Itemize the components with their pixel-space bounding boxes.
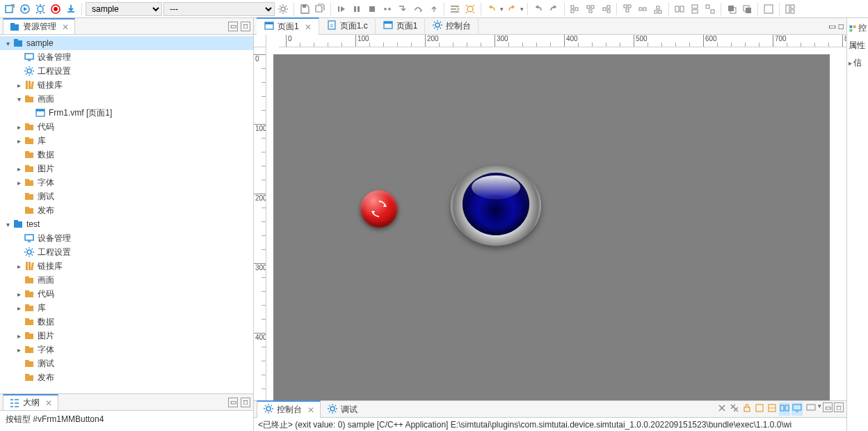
tree-item[interactable]: 工程设置: [0, 245, 253, 259]
close-icon[interactable]: ✕: [307, 405, 314, 415]
config-select[interactable]: ---: [163, 2, 275, 16]
tree-expander[interactable]: ▾: [14, 95, 24, 103]
editor-max-button[interactable]: □: [839, 22, 844, 31]
tree-expander[interactable]: ▸: [14, 81, 24, 89]
save-all-button[interactable]: [313, 2, 327, 16]
console-pin-button[interactable]: [754, 402, 765, 416]
download-button[interactable]: [64, 2, 78, 16]
design-canvas-wrap[interactable]: [266, 47, 846, 400]
new-project-button[interactable]: [3, 2, 17, 16]
align-center-h-button[interactable]: [584, 2, 597, 16]
tree-expander[interactable]: ▸: [14, 290, 24, 298]
tree-expander[interactable]: ▸: [14, 137, 24, 145]
redo-button[interactable]: [505, 2, 519, 16]
forward-nav-button[interactable]: [547, 2, 561, 16]
props-tab-3[interactable]: ▸信: [849, 56, 867, 70]
project-tree[interactable]: ▾sample设备管理工程设置▸链接库▾画面Frm1.vmf [页面1]▸代码▸…: [0, 35, 253, 393]
console-tab[interactable]: 控制台✕: [257, 400, 321, 418]
tree-item[interactable]: ▸代码: [0, 287, 253, 301]
console-lock-button[interactable]: [741, 402, 753, 416]
console-scroll-button[interactable]: [766, 402, 778, 416]
close-icon[interactable]: ✕: [45, 398, 52, 408]
props-tab-2[interactable]: 属性: [849, 38, 867, 53]
tree-item[interactable]: 设备管理: [0, 231, 253, 245]
explorer-tab[interactable]: 资源管理 ✕: [3, 18, 75, 34]
tree-expander[interactable]: ▾: [3, 40, 13, 47]
maximize-view-button[interactable]: □: [241, 22, 250, 31]
same-size-button[interactable]: [703, 2, 717, 16]
console-select-button[interactable]: [805, 402, 817, 416]
tree-item[interactable]: ▸图片: [0, 329, 253, 343]
tree-item[interactable]: ▸链接库: [0, 259, 253, 273]
align-left-button[interactable]: [568, 2, 582, 16]
undo-button[interactable]: [485, 2, 499, 16]
tree-item[interactable]: 数据: [0, 148, 253, 162]
close-icon[interactable]: ✕: [62, 22, 69, 32]
bring-front-button[interactable]: [725, 2, 739, 16]
design-canvas[interactable]: [273, 54, 830, 400]
settings-gear-button[interactable]: [276, 2, 290, 16]
tree-item[interactable]: 测试: [0, 189, 253, 203]
editor-tab[interactable]: c页面1.c: [319, 17, 376, 35]
stop-button[interactable]: [365, 2, 379, 16]
tree-item[interactable]: 测试: [0, 356, 253, 370]
back-nav-button[interactable]: [531, 2, 545, 16]
minimize-view-button[interactable]: ▭: [228, 22, 238, 31]
tree-expander[interactable]: ▸: [14, 123, 24, 131]
tree-expander[interactable]: ▾: [3, 221, 13, 228]
tree-expander[interactable]: ▸: [14, 179, 24, 187]
console-clear-all-button[interactable]: [729, 402, 740, 416]
tree-expander[interactable]: ▸: [14, 304, 24, 312]
tree-item[interactable]: ▾test: [0, 217, 253, 231]
tree-item[interactable]: ▾画面: [0, 92, 253, 106]
align-top-button[interactable]: [620, 2, 634, 16]
tree-item[interactable]: ▸字体: [0, 175, 253, 189]
tree-expander[interactable]: ▸: [14, 346, 24, 354]
editor-tab[interactable]: 页面1✕: [257, 17, 319, 35]
step-line-button[interactable]: [448, 2, 462, 16]
same-width-button[interactable]: [673, 2, 686, 16]
minimize-outline-button[interactable]: ▭: [228, 398, 238, 407]
align-right-button[interactable]: [599, 2, 613, 16]
disconnect-button[interactable]: [380, 2, 394, 16]
editor-min-button[interactable]: ▭: [828, 22, 836, 31]
project-select[interactable]: sample: [86, 2, 162, 16]
console-max-button[interactable]: □: [834, 402, 844, 412]
continue-button[interactable]: [335, 2, 348, 16]
emergency-stop-button[interactable]: [360, 190, 398, 228]
tree-item[interactable]: ▸图片: [0, 162, 253, 175]
tree-expander[interactable]: ▸: [14, 165, 24, 173]
same-height-button[interactable]: [688, 2, 702, 16]
stop-record-button[interactable]: [49, 2, 63, 16]
pause-button[interactable]: [350, 2, 364, 16]
tree-item[interactable]: ▾sample: [0, 36, 253, 50]
align-center-v-button[interactable]: [636, 2, 650, 16]
tree-item[interactable]: ▸库: [0, 134, 253, 148]
console-output[interactable]: <已终止> (exit value: 0) sample [C/C++ Appl…: [254, 418, 846, 431]
step-over-button[interactable]: [411, 2, 425, 16]
close-icon[interactable]: ✕: [305, 22, 312, 32]
tree-item[interactable]: 发布: [0, 370, 253, 384]
maximize-outline-button[interactable]: □: [241, 398, 250, 407]
perspective-button[interactable]: [783, 2, 797, 16]
debug-button[interactable]: [33, 2, 47, 16]
console-wrap-button[interactable]: [779, 402, 790, 416]
tree-item[interactable]: ▸库: [0, 301, 253, 315]
save-button[interactable]: [298, 2, 312, 16]
tree-item[interactable]: ▸代码: [0, 120, 253, 134]
editor-tab[interactable]: 页面1: [376, 17, 426, 35]
tree-item[interactable]: 发布: [0, 203, 253, 217]
outline-tab[interactable]: 大纲 ✕: [3, 394, 58, 410]
align-bottom-button[interactable]: [651, 2, 665, 16]
console-display-button[interactable]: [791, 402, 803, 416]
console-tab[interactable]: 调试: [321, 400, 364, 418]
play-button[interactable]: [18, 2, 32, 16]
tree-item[interactable]: 画面: [0, 273, 253, 287]
grid-toggle-button[interactable]: [762, 2, 775, 16]
tree-item[interactable]: 设备管理: [0, 50, 253, 64]
tree-item[interactable]: 工程设置: [0, 64, 253, 78]
tree-item[interactable]: 数据: [0, 315, 253, 329]
tree-item[interactable]: ▸链接库: [0, 78, 253, 92]
tree-item[interactable]: ▸字体: [0, 343, 253, 356]
props-tab-1[interactable]: 控: [849, 21, 867, 36]
